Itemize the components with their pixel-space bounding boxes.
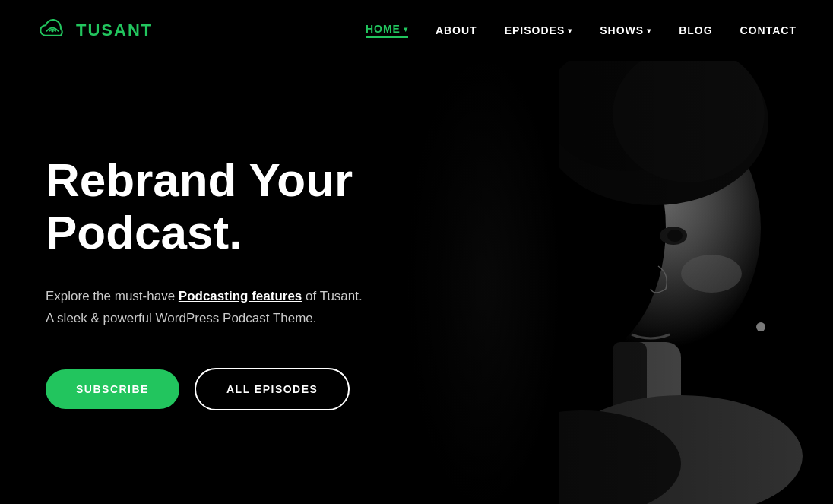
nav-item-home[interactable]: HOME ▾ <box>366 23 408 38</box>
subtitle-plain: Explore the must-have <box>46 289 179 303</box>
chevron-down-icon: ▾ <box>404 25 408 33</box>
nav-item-about[interactable]: ABOUT <box>436 24 477 36</box>
subtitle-line2: A sleek & powerful WordPress Podcast The… <box>46 311 317 325</box>
nav-item-blog[interactable]: BLOG <box>679 24 712 36</box>
brand-name: TUSANT <box>76 21 153 40</box>
hero-content: Rebrand Your Podcast. Explore the must-h… <box>0 154 517 410</box>
all-episodes-button[interactable]: ALL EPISODES <box>195 368 350 410</box>
logo-icon <box>36 17 68 44</box>
chevron-down-icon: ▾ <box>568 27 572 35</box>
main-nav: HOME ▾ ABOUT EPISODES ▾ SHOWS ▾ BLOG CON… <box>366 23 797 38</box>
nav-item-shows[interactable]: SHOWS ▾ <box>600 24 651 36</box>
chevron-down-icon: ▾ <box>647 27 651 35</box>
hero-buttons: SUBSCRIBE ALL EPISODES <box>46 368 517 410</box>
subscribe-button[interactable]: SUBSCRIBE <box>46 369 179 409</box>
subtitle-after: of Tusant. <box>302 289 362 303</box>
nav-item-episodes[interactable]: EPISODES ▾ <box>505 24 573 36</box>
nav-item-contact[interactable]: CONTACT <box>740 24 797 36</box>
podcasting-features-link[interactable]: Podcasting features <box>179 289 302 303</box>
hero-title: Rebrand Your Podcast. <box>46 154 517 258</box>
logo[interactable]: TUSANT <box>36 17 153 44</box>
hero-section: Rebrand Your Podcast. Explore the must-h… <box>0 61 833 504</box>
hero-subtitle: Explore the must-have Podcasting feature… <box>46 286 517 330</box>
header: TUSANT HOME ▾ ABOUT EPISODES ▾ SHOWS ▾ B… <box>0 0 833 61</box>
